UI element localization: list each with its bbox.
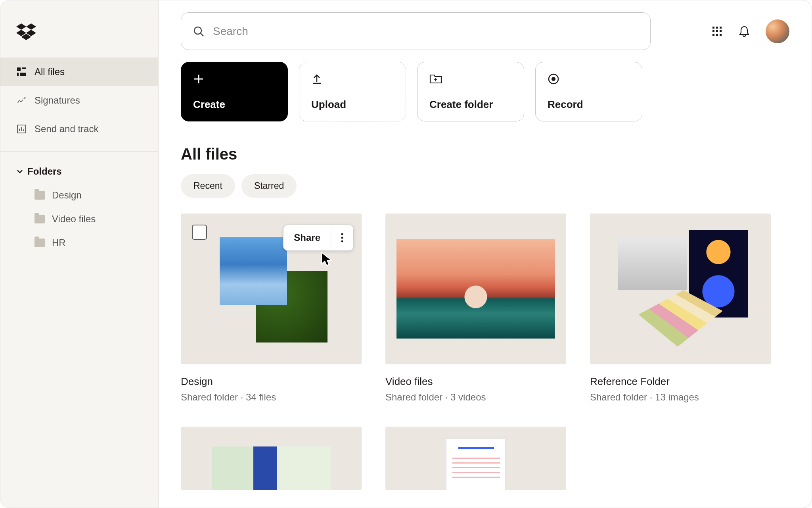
create-folder-button[interactable]: Create folder (417, 62, 524, 121)
folder-item-design[interactable]: Design (0, 183, 158, 207)
chevron-down-icon (16, 168, 23, 175)
record-button[interactable]: Record (535, 62, 642, 121)
folder-label: HR (52, 237, 66, 248)
thumbnail-image (212, 446, 331, 490)
folder-meta: Shared folder · 13 images (590, 392, 771, 403)
create-button[interactable]: Create (181, 62, 288, 121)
sidebar-item-label: Send and track (34, 123, 98, 135)
more-vertical-icon (341, 233, 343, 242)
folder-card-reference[interactable]: Reference Folder Shared folder · 13 imag… (590, 214, 771, 403)
folders-header[interactable]: Folders (0, 160, 158, 183)
record-icon (548, 73, 630, 85)
svg-rect-0 (17, 67, 21, 71)
hover-actions: Share (283, 225, 354, 251)
folder-meta: Shared folder · 3 videos (385, 392, 566, 403)
svg-point-19 (341, 241, 343, 242)
svg-rect-8 (720, 27, 722, 29)
topbar (181, 12, 789, 50)
search-input[interactable] (213, 25, 638, 38)
sidebar-nav: All files Signatures Send and track (0, 58, 158, 143)
plus-icon (193, 73, 276, 85)
sidebar-item-send-track[interactable]: Send and track (0, 115, 158, 143)
folder-label: Design (52, 190, 82, 201)
cursor-icon (320, 251, 335, 267)
folder-thumbnail: Share (181, 214, 362, 364)
folder-icon (34, 215, 45, 223)
folder-icon (34, 239, 45, 247)
folder-card-partial[interactable] (385, 427, 566, 490)
folder-label: Video files (52, 214, 96, 225)
files-icon (16, 67, 27, 77)
upload-icon (311, 73, 394, 85)
file-grid: Share Design Shared folder · 34 files Vi… (181, 214, 789, 490)
svg-point-16 (552, 77, 555, 81)
filter-starred[interactable]: Starred (241, 174, 297, 198)
more-options-button[interactable] (331, 225, 353, 250)
chart-icon (16, 124, 27, 134)
filter-row: Recent Starred (181, 174, 789, 198)
folder-item-video-files[interactable]: Video files (0, 207, 158, 231)
action-label: Create (193, 98, 276, 111)
folder-thumbnail (385, 214, 566, 364)
bell-icon[interactable] (739, 25, 750, 37)
upload-button[interactable]: Upload (299, 62, 406, 121)
main-content: Create Upload Create folder Record (159, 0, 812, 508)
svg-rect-13 (716, 34, 718, 36)
sidebar-item-label: Signatures (34, 95, 80, 106)
share-button[interactable]: Share (283, 225, 331, 250)
folder-title: Reference Folder (590, 375, 771, 388)
thumbnail-image (396, 239, 555, 339)
thumbnail-image (446, 439, 506, 490)
search-icon (193, 26, 204, 37)
page-title: All files (181, 145, 789, 163)
sidebar-item-label: All files (34, 66, 65, 77)
folder-item-hr[interactable]: HR (0, 231, 158, 255)
folder-card-design[interactable]: Share Design Shared folder · 34 files (181, 214, 362, 403)
signature-icon (16, 95, 27, 106)
sidebar-item-signatures[interactable]: Signatures (0, 86, 158, 115)
topbar-actions (712, 19, 789, 43)
thumbnail-image (220, 237, 287, 305)
folder-thumbnail (385, 427, 566, 490)
svg-rect-10 (716, 30, 718, 32)
thumbnail-image (618, 238, 687, 290)
svg-rect-6 (712, 27, 714, 29)
action-label: Create folder (429, 98, 512, 111)
apps-grid-icon[interactable] (712, 26, 723, 37)
action-row: Create Upload Create folder Record (181, 62, 789, 121)
svg-rect-7 (716, 27, 718, 29)
avatar[interactable] (766, 19, 789, 43)
svg-point-5 (194, 27, 201, 34)
folders-header-label: Folders (27, 166, 62, 177)
action-label: Record (548, 98, 630, 111)
svg-rect-1 (22, 67, 26, 69)
svg-point-18 (341, 237, 343, 239)
filter-recent[interactable]: Recent (181, 174, 235, 198)
svg-rect-12 (712, 34, 714, 36)
app-root: All files Signatures Send and track Fold… (0, 0, 812, 508)
sidebar: All files Signatures Send and track Fold… (0, 0, 159, 508)
logo[interactable] (0, 12, 158, 58)
dropbox-logo-icon (16, 23, 36, 41)
folder-plus-icon (429, 73, 512, 85)
sidebar-item-all-files[interactable]: All files (0, 58, 158, 86)
folder-card-partial[interactable] (181, 427, 362, 490)
svg-rect-9 (712, 30, 714, 32)
folder-meta: Shared folder · 34 files (181, 392, 362, 403)
svg-rect-11 (720, 30, 722, 32)
svg-rect-3 (20, 73, 26, 76)
folder-icon (34, 191, 45, 200)
folder-thumbnail (181, 427, 362, 490)
folder-thumbnail (590, 214, 771, 364)
svg-point-17 (341, 233, 343, 235)
svg-rect-2 (17, 73, 19, 76)
action-label: Upload (311, 98, 394, 111)
sidebar-divider (0, 151, 158, 152)
folder-title: Video files (385, 375, 566, 388)
folder-card-video-files[interactable]: Video files Shared folder · 3 videos (385, 214, 566, 403)
search-box[interactable] (181, 12, 651, 50)
svg-rect-14 (720, 34, 722, 36)
select-checkbox[interactable] (192, 225, 207, 240)
folder-title: Design (181, 375, 362, 388)
